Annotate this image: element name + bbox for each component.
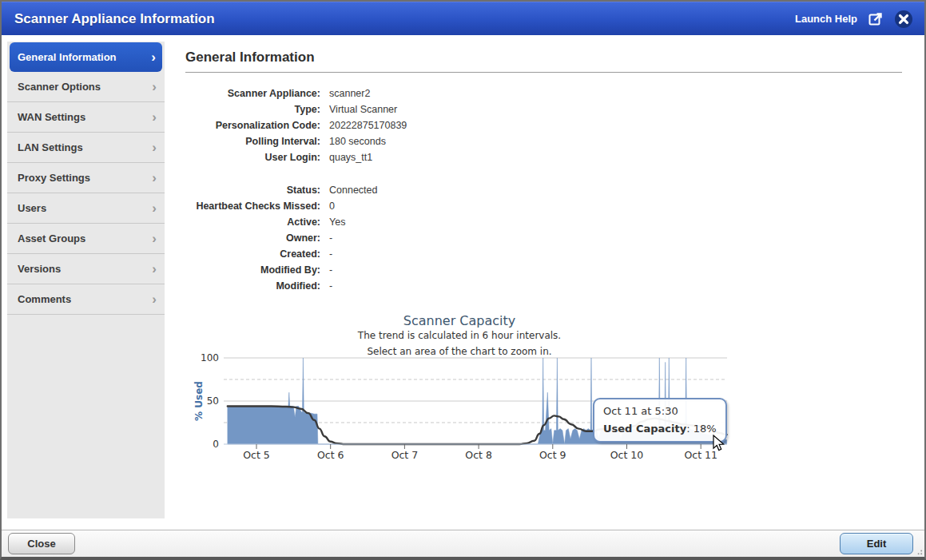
chevron-right-icon: › (152, 292, 157, 306)
x-tick-label: Oct 8 (465, 449, 492, 461)
field-row-heartbeat-checks-missed-: Heartbeat Checks Missed:0 (185, 198, 902, 214)
sidebar-item-label: LAN Settings (18, 141, 152, 153)
sidebar-item-versions[interactable]: Versions› (7, 254, 165, 284)
x-tick-label: Oct 5 (243, 449, 270, 461)
dialog-footer: Close Edit (2, 530, 924, 557)
sidebar-item-scanner-options[interactable]: Scanner Options› (7, 72, 165, 102)
dialog-body: General Information›Scanner Options›WAN … (2, 35, 924, 530)
field-value: quays_tt1 (320, 149, 372, 165)
capacity-chart: Scanner Capacity The trend is calculated… (184, 313, 735, 475)
chevron-right-icon: › (152, 232, 157, 245)
field-label: Modified By: (185, 262, 320, 278)
field-group: Scanner Appliance:scanner2Type:Virtual S… (185, 85, 902, 165)
field-value: - (320, 230, 332, 246)
field-value: 180 seconds (320, 133, 386, 149)
field-value: scanner2 (320, 85, 370, 101)
field-label: Owner: (185, 230, 320, 246)
field-label: Polling Interval: (185, 133, 320, 149)
page-title: General Information (185, 50, 902, 66)
tooltip-value-row: Used Capacity: 18% (603, 423, 717, 435)
sidebar: General Information›Scanner Options›WAN … (7, 42, 165, 518)
chevron-right-icon: › (152, 201, 157, 215)
chart-title: Scanner Capacity (184, 313, 735, 328)
sidebar-item-label: Proxy Settings (18, 172, 152, 184)
sidebar-item-general-information[interactable]: General Information› (10, 42, 162, 72)
close-button[interactable]: Close (8, 533, 75, 554)
sidebar-item-proxy-settings[interactable]: Proxy Settings› (7, 163, 165, 193)
sidebar-item-wan-settings[interactable]: WAN Settings› (7, 102, 165, 133)
sidebar-item-label: Comments (18, 293, 152, 305)
field-row-personalization-code-: Personalization Code:20222875170839 (185, 117, 902, 133)
field-group: Status:ConnectedHeartbeat Checks Missed:… (185, 182, 902, 294)
chevron-right-icon: › (151, 50, 156, 64)
field-row-type-: Type:Virtual Scanner (185, 101, 902, 117)
field-value: Yes (320, 214, 345, 230)
main-content: General Information Scanner Appliance:sc… (165, 35, 924, 530)
field-value: 20222875170839 (320, 117, 407, 133)
field-row-status-: Status:Connected (185, 182, 902, 198)
field-label: Scanner Appliance: (185, 85, 320, 101)
sidebar-item-label: Asset Groups (18, 232, 152, 244)
dialog-title: Scanner Appliance Information (14, 11, 795, 27)
y-tick-label: 100 (201, 352, 219, 363)
field-value: - (320, 278, 332, 294)
field-row-user-login-: User Login:quays_tt1 (185, 149, 902, 165)
sidebar-item-comments[interactable]: Comments› (7, 284, 165, 315)
field-label: Active: (185, 214, 320, 230)
field-label: Created: (185, 246, 320, 262)
y-tick-label: 0 (213, 439, 219, 450)
sidebar-item-asset-groups[interactable]: Asset Groups› (7, 224, 165, 254)
field-row-owner-: Owner:- (185, 230, 902, 246)
tooltip-timestamp: Oct 11 at 5:30 (603, 405, 717, 417)
dialog-titlebar: Scanner Appliance Information Launch Hel… (2, 2, 924, 35)
field-row-scanner-appliance-: Scanner Appliance:scanner2 (185, 85, 902, 101)
titlebar-actions: Launch Help (795, 10, 913, 29)
sidebar-item-label: General Information (18, 51, 151, 63)
resize-grip-icon[interactable] (915, 547, 923, 555)
field-row-polling-interval-: Polling Interval:180 seconds (185, 133, 902, 149)
mouse-cursor (713, 435, 725, 452)
field-label: Type: (185, 101, 320, 117)
sidebar-item-label: Versions (18, 263, 152, 275)
chart-tooltip: Oct 11 at 5:30 Used Capacity: 18% (593, 398, 727, 443)
chevron-right-icon: › (152, 110, 157, 124)
field-value: - (320, 262, 332, 278)
chevron-right-icon: › (152, 141, 157, 154)
chevron-right-icon: › (152, 171, 157, 185)
field-value: Connected (320, 182, 377, 198)
field-row-active-: Active:Yes (185, 214, 902, 230)
scanner-appliance-dialog: Scanner Appliance Information Launch Hel… (0, 0, 926, 560)
x-tick-label: Oct 10 (610, 449, 644, 461)
field-label: User Login: (185, 149, 320, 165)
x-tick-label: Oct 6 (317, 449, 344, 461)
field-label: Modified: (185, 278, 320, 294)
chevron-right-icon: › (152, 262, 157, 276)
x-tick-label: Oct 7 (391, 449, 419, 461)
field-label: Heartbeat Checks Missed: (185, 198, 320, 214)
edit-button[interactable]: Edit (840, 533, 913, 554)
x-tick-label: Oct 9 (539, 449, 566, 461)
heading-divider (185, 72, 902, 73)
field-label: Status: (185, 182, 320, 198)
field-row-modified-: Modified:- (185, 278, 902, 294)
sidebar-item-lan-settings[interactable]: LAN Settings› (7, 133, 165, 163)
chevron-right-icon: › (152, 80, 157, 93)
sidebar-item-label: WAN Settings (18, 111, 152, 123)
field-row-created-: Created:- (185, 246, 902, 262)
sidebar-item-label: Users (18, 202, 152, 214)
field-value: 0 (320, 198, 335, 214)
popout-icon[interactable] (867, 10, 884, 28)
field-label: Personalization Code: (185, 117, 320, 133)
sidebar-item-label: Scanner Options (18, 81, 152, 93)
field-value: - (320, 246, 332, 262)
field-row-modified-by-: Modified By:- (185, 262, 902, 278)
launch-help-link[interactable]: Launch Help (795, 13, 857, 25)
sidebar-item-users[interactable]: Users› (7, 193, 165, 224)
chart-subtitle: The trend is calculated in 6 hour interv… (184, 330, 735, 341)
y-tick-label: 50 (207, 395, 219, 407)
field-value: Virtual Scanner (320, 101, 397, 117)
field-groups: Scanner Appliance:scanner2Type:Virtual S… (185, 85, 902, 294)
close-icon[interactable] (894, 10, 913, 29)
